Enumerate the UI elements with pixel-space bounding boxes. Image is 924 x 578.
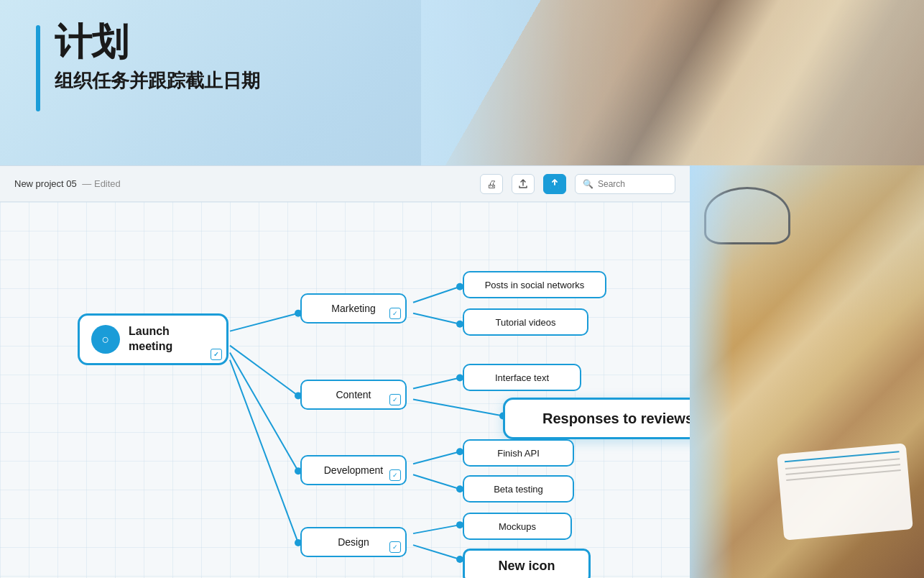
responses-reviews-label: Responses to reviews bbox=[542, 410, 690, 427]
center-node-label: Launchmeeting bbox=[129, 324, 172, 354]
beta-testing-label: Beta testing bbox=[494, 484, 543, 495]
svg-rect-0 bbox=[550, 185, 559, 188]
mockups-node[interactable]: Mockups bbox=[463, 513, 572, 540]
project-title: New project 05 — Edited bbox=[14, 178, 471, 189]
new-icon-label: New icon bbox=[498, 559, 555, 574]
new-icon-node[interactable]: New icon bbox=[463, 549, 591, 578]
design-edit-icon[interactable] bbox=[389, 541, 401, 553]
svg-line-4 bbox=[230, 360, 298, 543]
share-button[interactable] bbox=[512, 174, 535, 194]
tutorial-videos-label: Tutorial videos bbox=[495, 317, 555, 328]
content-node[interactable]: Content bbox=[300, 380, 407, 410]
svg-line-9 bbox=[413, 451, 460, 464]
search-input[interactable] bbox=[598, 179, 667, 189]
marketing-edit-icon[interactable] bbox=[389, 308, 401, 319]
content-edit-icon[interactable] bbox=[389, 394, 401, 405]
design-node[interactable]: Design bbox=[300, 527, 407, 557]
page-title: 计划 bbox=[55, 22, 260, 63]
svg-line-11 bbox=[413, 525, 460, 533]
content-label: Content bbox=[336, 389, 371, 400]
page-subtitle: 组织任务并跟踪截止日期 bbox=[55, 68, 260, 93]
search-box[interactable]: 🔍 bbox=[575, 174, 675, 194]
right-panel bbox=[690, 165, 924, 578]
svg-line-5 bbox=[413, 287, 460, 303]
posts-social-node[interactable]: Posts in social networks bbox=[463, 271, 606, 298]
svg-line-6 bbox=[413, 313, 460, 324]
marketing-label: Marketing bbox=[331, 303, 375, 314]
beta-testing-node[interactable]: Beta testing bbox=[463, 475, 574, 503]
svg-line-10 bbox=[413, 474, 460, 489]
responses-reviews-node[interactable]: Responses to reviews bbox=[503, 398, 690, 439]
right-panel-photo bbox=[690, 165, 924, 578]
people-photo bbox=[421, 0, 924, 165]
svg-line-8 bbox=[413, 399, 503, 416]
svg-line-1 bbox=[230, 313, 298, 331]
project-name-text: New project 05 bbox=[14, 178, 77, 189]
center-icon bbox=[91, 325, 120, 354]
design-label: Design bbox=[338, 536, 369, 548]
development-edit-icon[interactable] bbox=[389, 469, 401, 481]
tutorial-videos-node[interactable]: Tutorial videos bbox=[463, 308, 588, 336]
upload-button[interactable] bbox=[543, 174, 566, 194]
finish-api-node[interactable]: Finish API bbox=[463, 439, 574, 467]
center-edit-icon[interactable] bbox=[211, 349, 222, 360]
development-label: Development bbox=[324, 464, 384, 476]
svg-line-7 bbox=[413, 378, 460, 389]
canvas: Launchmeeting Marketing Posts in social … bbox=[0, 202, 690, 578]
mockups-label: Mockups bbox=[499, 521, 536, 532]
title-section: 计划 组织任务并跟踪截止日期 bbox=[36, 22, 260, 111]
svg-line-12 bbox=[413, 545, 460, 559]
posts-social-label: Posts in social networks bbox=[485, 280, 585, 290]
development-node[interactable]: Development bbox=[300, 455, 407, 485]
interface-text-label: Interface text bbox=[495, 372, 549, 383]
app-window: New project 05 — Edited 🖨 🔍 bbox=[0, 165, 690, 578]
search-icon: 🔍 bbox=[583, 179, 593, 189]
notebook bbox=[777, 443, 913, 540]
marketing-node[interactable]: Marketing bbox=[300, 293, 407, 324]
center-node[interactable]: Launchmeeting bbox=[78, 313, 228, 365]
interface-text-node[interactable]: Interface text bbox=[463, 364, 581, 391]
toolbar: New project 05 — Edited 🖨 🔍 bbox=[0, 166, 690, 202]
edited-label: — Edited bbox=[82, 178, 120, 189]
finish-api-label: Finish API bbox=[497, 448, 540, 459]
print-button[interactable]: 🖨 bbox=[480, 174, 503, 194]
title-accent-bar bbox=[36, 25, 40, 111]
